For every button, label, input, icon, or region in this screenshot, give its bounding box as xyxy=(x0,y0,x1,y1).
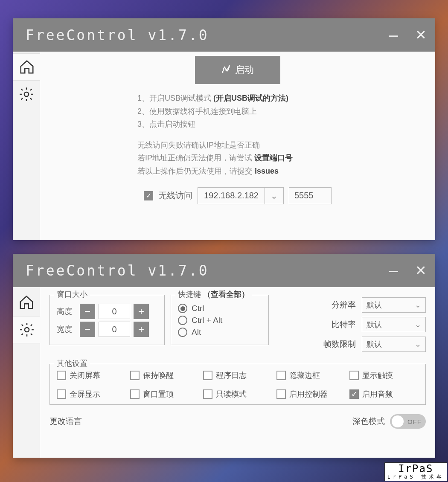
chevron-down-icon: ⌄ xyxy=(415,300,421,310)
check-show-touch[interactable]: 显示触摸 xyxy=(349,370,419,380)
ip-value: 192.168.2.182 xyxy=(198,191,265,200)
dark-mode-label: 深色模式 xyxy=(352,416,385,427)
check-fullscreen[interactable]: 全屏显示 xyxy=(57,389,126,399)
check-hide-border[interactable]: 隐藏边框 xyxy=(276,370,346,380)
display-options: 分辨率 默认 ⌄ 比特率 默认 ⌄ xyxy=(275,291,426,356)
wireless-checkbox[interactable]: ✓ xyxy=(144,191,153,200)
chevron-down-icon: ⌄ xyxy=(415,340,421,349)
titlebar[interactable]: FreeControl v1.7.0 – ✕ xyxy=(13,254,435,287)
port-input[interactable]: 5555 xyxy=(289,187,332,204)
check-readonly[interactable]: 只读模式 xyxy=(203,389,272,399)
svg-point-1 xyxy=(24,328,29,332)
change-language-link[interactable]: 更改语言 xyxy=(49,416,82,427)
sidebar xyxy=(13,287,40,458)
close-button[interactable]: ✕ xyxy=(415,262,427,279)
sidebar-item-settings[interactable] xyxy=(13,81,40,108)
resolution-select[interactable]: 默认 ⌄ xyxy=(362,297,426,313)
set-port-link[interactable]: 设置端口号 xyxy=(254,154,293,162)
sidebar-item-home[interactable] xyxy=(13,53,40,81)
chevron-down-icon: ⌄ xyxy=(265,188,283,204)
titlebar[interactable]: FreeControl v1.7.0 – ✕ xyxy=(13,18,435,52)
check-keep-awake[interactable]: 保持唤醒 xyxy=(130,370,199,380)
ip-select[interactable]: 192.168.2.182 ⌄ xyxy=(198,187,284,204)
home-content: 🗲 启动 1、开启USB调试模式 (开启USB调试的方法) 2、使用数据线将手机… xyxy=(40,52,435,240)
sidebar xyxy=(13,52,40,240)
instructions-block-1: 1、开启USB调试模式 (开启USB调试的方法) 2、使用数据线将手机连接到电脑… xyxy=(137,92,338,131)
radio-icon xyxy=(178,328,187,337)
home-icon xyxy=(18,294,35,311)
launch-button[interactable]: 🗲 启动 xyxy=(195,56,280,84)
shortcut-radio-alt[interactable]: Alt xyxy=(178,328,262,337)
toggle-knob xyxy=(392,415,404,427)
window-size-group: 窗口大小 高度 − + 宽度 − + xyxy=(49,295,165,345)
height-minus-button[interactable]: − xyxy=(80,304,95,319)
view-all-shortcuts-link[interactable]: （查看全部） xyxy=(203,290,249,299)
chevron-down-icon: ⌄ xyxy=(415,320,421,329)
fps-limit-select[interactable]: 默认 ⌄ xyxy=(362,337,426,352)
width-input[interactable] xyxy=(99,322,130,337)
bitrate-select[interactable]: 默认 ⌄ xyxy=(362,317,426,332)
width-row: 宽度 − + xyxy=(57,322,157,337)
width-minus-button[interactable]: − xyxy=(80,322,95,337)
check-on-top[interactable]: 窗口置顶 xyxy=(130,389,199,399)
height-plus-button[interactable]: + xyxy=(134,304,149,319)
app-title: FreeControl v1.7.0 xyxy=(26,262,389,279)
check-log[interactable]: 程序日志 xyxy=(203,370,272,380)
usb-debug-link[interactable]: (开启USB调试的方法) xyxy=(213,94,288,102)
shortcut-radio-ctrl[interactable]: Ctrl xyxy=(178,304,262,313)
width-plus-button[interactable]: + xyxy=(134,322,149,337)
main-window-home: FreeControl v1.7.0 – ✕ xyxy=(13,18,435,240)
radio-icon xyxy=(178,316,187,325)
home-icon xyxy=(19,59,35,75)
main-window-settings: FreeControl v1.7.0 – ✕ xyxy=(13,254,435,458)
svg-point-0 xyxy=(24,92,28,96)
close-button[interactable]: ✕ xyxy=(415,27,427,43)
settings-content: 窗口大小 高度 − + 宽度 − + xyxy=(40,287,435,458)
check-close-screen[interactable]: 关闭屏幕 xyxy=(57,370,126,380)
wireless-label: 无线访问 xyxy=(158,190,192,201)
minimize-button[interactable]: – xyxy=(389,33,398,37)
radio-icon xyxy=(178,304,187,313)
wireless-row: ✓ 无线访问 192.168.2.182 ⌄ 5555 xyxy=(49,187,426,204)
app-title: FreeControl v1.7.0 xyxy=(26,27,389,44)
watermark: IrPaS IrPaS 技术客 xyxy=(384,462,447,481)
sidebar-item-home[interactable] xyxy=(13,289,40,316)
dark-mode-toggle[interactable]: OFF xyxy=(390,414,426,429)
height-row: 高度 − + xyxy=(57,304,157,319)
check-controller[interactable]: 启用控制器 xyxy=(276,389,346,399)
gear-icon xyxy=(18,86,35,102)
height-input[interactable] xyxy=(99,304,130,319)
issues-link[interactable]: issues xyxy=(255,167,279,175)
gear-icon xyxy=(19,322,35,338)
other-settings-group: 其他设置 关闭屏幕 保持唤醒 程序日志 隐藏边框 显示触摸 全屏显示 窗口置顶 … xyxy=(49,364,426,405)
instructions-block-2: 无线访问失败请确认IP地址是否正确 若IP地址正确仍无法使用，请尝试 设置端口号… xyxy=(137,139,338,178)
shortcut-radio-ctrl-alt[interactable]: Ctrl + Alt xyxy=(178,316,262,325)
bottom-row: 更改语言 深色模式 OFF xyxy=(49,414,426,429)
check-audio[interactable]: ✓启用音频 xyxy=(349,389,419,399)
bolt-icon: 🗲 xyxy=(221,64,231,75)
sidebar-item-settings[interactable] xyxy=(13,316,40,343)
minimize-button[interactable]: – xyxy=(389,268,398,273)
launch-label: 启动 xyxy=(235,64,254,76)
shortcut-group: 快捷键 （查看全部） Ctrl Ctrl + Alt Alt xyxy=(171,295,269,345)
